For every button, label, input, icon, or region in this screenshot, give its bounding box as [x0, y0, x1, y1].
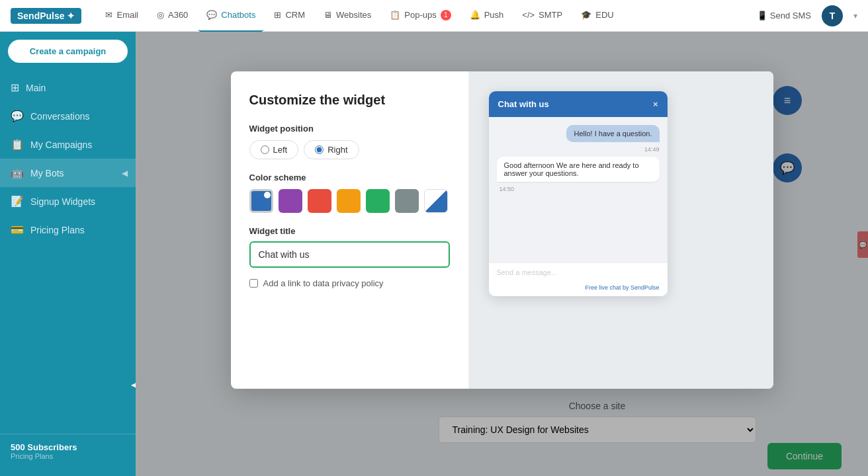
customize-widget-modal: × Customize the widget Widget position L… — [231, 71, 773, 389]
sidebar-item-my-bots[interactable]: 🤖 My Bots ◀ — [0, 159, 136, 187]
sidebar-item-label: Pricing Plans — [30, 225, 85, 235]
chat-input-modal[interactable]: Send a message... — [489, 262, 668, 282]
nav-item-push[interactable]: 🔔 Push — [462, 0, 512, 32]
nav-item-websites[interactable]: 🖥 Websites — [316, 0, 379, 32]
modal-chat-title: Chat with us — [498, 99, 549, 109]
chatbots-icon: 💬 — [206, 10, 217, 20]
main-content: ≡ 💬 Chat with us × Hello! I have a quest… — [136, 32, 868, 476]
chat-body-modal: Hello! I have a question. 14:49 Good aft… — [489, 117, 668, 262]
logo[interactable]: SendPulse ✦ — [11, 8, 81, 24]
incoming-bubble: Good afternoon We are here and ready to … — [497, 157, 660, 182]
sidebar-item-label: Conversations — [30, 111, 90, 122]
nav-right: 📱 Send SMS T ▾ — [757, 5, 857, 26]
nav-item-chatbots[interactable]: 💬 Chatbots — [198, 0, 263, 32]
crm-icon: ⊞ — [274, 10, 281, 20]
chat-preview-modal: Chat with us × Hello! I have a question.… — [489, 91, 668, 296]
nav-item-label: A360 — [168, 10, 188, 20]
create-campaign-button[interactable]: Create a campaign — [8, 40, 128, 63]
sidebar-item-label: My Campaigns — [30, 139, 92, 150]
position-left-radio[interactable] — [261, 145, 269, 154]
nav-item-popups[interactable]: 📋 Pop-ups 1 — [382, 0, 458, 32]
modal-left-panel: Customize the widget Widget position Lef… — [231, 71, 469, 389]
color-swatch-blue[interactable] — [249, 189, 273, 213]
color-swatch-orange[interactable] — [337, 189, 361, 213]
nav-item-edu[interactable]: 🎓 EDU — [573, 0, 621, 32]
sidebar-item-pricing-plans[interactable]: 💳 Pricing Plans — [0, 216, 136, 244]
privacy-label: Add a link to data privacy policy — [263, 278, 384, 288]
main-layout: Create a campaign ⊞ Main 💬 Conversations… — [0, 32, 868, 476]
campaigns-icon: 📋 — [11, 138, 24, 151]
widget-title-input[interactable] — [249, 241, 450, 268]
sidebar-item-label: My Bots — [30, 168, 64, 178]
chat-msg-outgoing: Hello! I have a question. — [497, 125, 660, 142]
subscribers-count: 500 Subscribers — [11, 442, 125, 452]
outgoing-timestamp: 14:49 — [497, 146, 660, 153]
sidebar-bottom: 500 Subscribers Pricing Plans — [0, 434, 136, 468]
sidebar: Create a campaign ⊞ Main 💬 Conversations… — [0, 32, 136, 476]
main-icon: ⊞ — [11, 81, 19, 94]
color-swatch-gray[interactable] — [395, 189, 419, 213]
nav-item-label: EDU — [595, 10, 613, 20]
color-swatch-purple[interactable] — [279, 189, 302, 213]
bots-arrow-icon: ◀ — [122, 169, 128, 178]
edu-icon: 🎓 — [581, 10, 591, 20]
widget-position-label: Widget position — [249, 124, 450, 134]
smtp-icon: </> — [522, 10, 535, 20]
sidebar-pricing-label: Pricing Plans — [11, 452, 125, 460]
bots-icon: 🤖 — [11, 167, 24, 179]
sidebar-item-main[interactable]: ⊞ Main — [0, 73, 136, 102]
modal-title: Customize the widget — [249, 93, 450, 108]
chat-msg-incoming: Good afternoon We are here and ready to … — [497, 157, 660, 182]
color-swatch-custom[interactable] — [424, 189, 448, 213]
nav-item-crm[interactable]: ⊞ CRM — [266, 0, 313, 32]
modal-right-panel: Chat with us × Hello! I have a question.… — [469, 71, 773, 389]
color-swatches — [249, 189, 450, 213]
position-right-label: Right — [327, 145, 347, 155]
nav-item-label: Email — [116, 10, 138, 20]
color-swatch-green[interactable] — [366, 189, 390, 213]
push-icon: 🔔 — [470, 10, 480, 20]
position-right-option[interactable]: Right — [304, 140, 359, 159]
pricing-icon: 💳 — [11, 223, 24, 236]
modal-chat-close[interactable]: × — [653, 99, 658, 109]
nav-item-email[interactable]: ✉ Email — [97, 0, 146, 32]
chat-footer-modal: Free live chat by SendPulse — [489, 282, 668, 296]
privacy-checkbox-input[interactable] — [249, 279, 258, 288]
sms-icon: 📱 — [757, 11, 767, 20]
widget-position-group: Left Right — [249, 140, 450, 159]
avatar-dropdown-icon[interactable]: ▾ — [853, 11, 857, 20]
nav-item-label: SMTP — [539, 10, 562, 20]
sidebar-item-label: Signup Widgets — [30, 196, 95, 207]
sidebar-item-label: Main — [26, 83, 46, 93]
privacy-policy-checkbox[interactable]: Add a link to data privacy policy — [249, 278, 450, 288]
email-icon: ✉ — [105, 10, 112, 20]
color-swatch-red[interactable] — [308, 189, 331, 213]
nav-items: ✉ Email ◎ A360 💬 Chatbots ⊞ CRM 🖥 Websit… — [97, 0, 756, 32]
sidebar-item-my-campaigns[interactable]: 📋 My Campaigns — [0, 130, 136, 159]
nav-item-a360[interactable]: ◎ A360 — [149, 0, 196, 32]
websites-icon: 🖥 — [324, 10, 332, 20]
a360-icon: ◎ — [157, 10, 164, 20]
popups-icon: 📋 — [390, 10, 400, 20]
nav-item-label: Chatbots — [221, 10, 255, 20]
nav-item-smtp[interactable]: </> SMTP — [514, 0, 570, 32]
conversations-icon: 💬 — [11, 110, 24, 122]
top-nav: SendPulse ✦ ✉ Email ◎ A360 💬 Chatbots ⊞ … — [0, 0, 868, 32]
footer-text: Free live chat by — [585, 284, 630, 291]
outgoing-bubble: Hello! I have a question. — [566, 125, 659, 142]
sidebar-item-signup-widgets[interactable]: 📝 Signup Widgets — [0, 187, 136, 216]
incoming-timestamp: 14:50 — [497, 186, 660, 192]
sidebar-item-conversations[interactable]: 💬 Conversations — [0, 102, 136, 130]
position-left-option[interactable]: Left — [249, 140, 299, 159]
send-sms-button[interactable]: 📱 Send SMS — [757, 11, 811, 20]
signup-icon: 📝 — [11, 195, 24, 208]
user-avatar[interactable]: T — [822, 5, 843, 26]
footer-brand: SendPulse — [630, 284, 660, 291]
position-right-radio[interactable] — [315, 145, 324, 154]
avatar-letter: T — [830, 11, 836, 21]
widget-title-label: Widget title — [249, 226, 450, 236]
chat-header-modal: Chat with us × — [489, 91, 668, 117]
position-left-label: Left — [273, 145, 288, 155]
modal-overlay: × Customize the widget Widget position L… — [136, 32, 868, 476]
nav-item-label: Websites — [336, 10, 371, 20]
